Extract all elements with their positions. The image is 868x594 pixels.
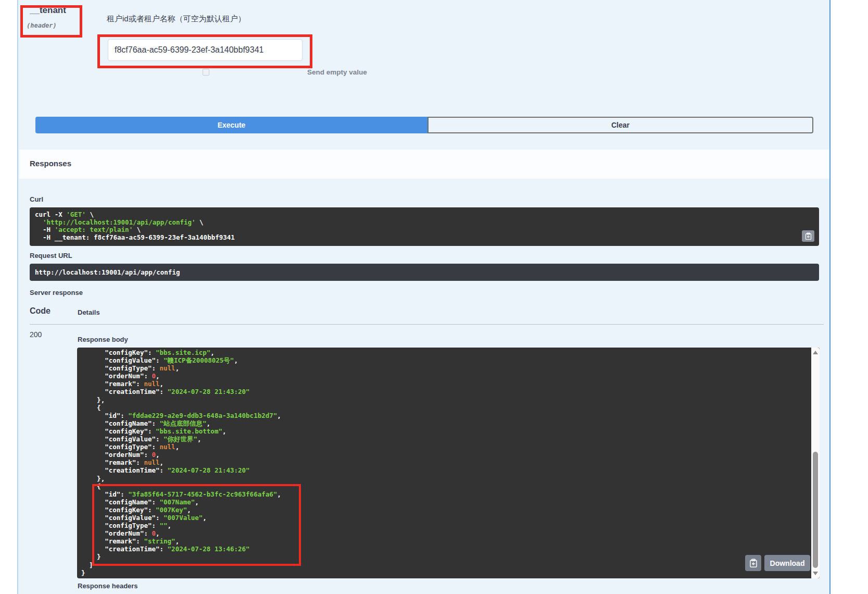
clipboard-copy-icon	[749, 559, 758, 568]
response-body-json: "configKey": "bbs.site.icp", "configValu…	[81, 349, 810, 577]
parameter-description: 租户id或者租户名称（可空为默认租户）	[107, 14, 246, 24]
clipboard-copy-icon	[804, 232, 812, 240]
details-column-header: Details	[78, 308, 100, 316]
send-empty-value-checkbox[interactable]	[203, 69, 209, 76]
send-empty-value-label: Send empty value	[307, 68, 367, 76]
swagger-operation-screen: __tenant (header) 租户id或者租户名称（可空为默认租户） Se…	[0, 0, 868, 594]
tenant-value-input[interactable]	[108, 39, 303, 61]
scrollbar-up-arrow-icon[interactable]	[813, 351, 818, 354]
curl-label: Curl	[30, 195, 43, 203]
parameter-name: __tenant	[30, 5, 66, 16]
download-button[interactable]: Download	[764, 555, 810, 571]
response-body-scrollbar[interactable]	[811, 348, 820, 578]
scrollbar-down-arrow-icon[interactable]	[813, 572, 818, 575]
parameter-location: (header)	[27, 22, 57, 29]
request-url-value: http://localhost:19001/api/app/config	[30, 264, 819, 281]
execute-button[interactable]: Execute	[35, 117, 427, 133]
responses-title: Responses	[30, 159, 71, 168]
opblock-body-panel: __tenant (header) 租户id或者租户名称（可空为默认租户） Se…	[17, 0, 831, 594]
response-headers-label: Response headers	[78, 582, 138, 590]
responses-section-header	[19, 150, 829, 179]
scrollbar-thumb[interactable]	[813, 452, 818, 568]
response-copy-button[interactable]	[745, 555, 761, 571]
request-url-label: Request URL	[30, 252, 72, 259]
status-code: 200	[30, 330, 42, 339]
response-body-block: "configKey": "bbs.site.icp", "configValu…	[77, 348, 820, 578]
response-body-label: Response body	[78, 336, 128, 343]
clear-button[interactable]: Clear	[427, 117, 813, 133]
curl-copy-button[interactable]	[802, 230, 814, 242]
table-header-divider	[30, 324, 824, 325]
server-response-label: Server response	[30, 289, 83, 296]
curl-command: curl -X 'GET' \ 'http://localhost:19001/…	[30, 207, 819, 246]
code-column-header: Code	[30, 306, 51, 316]
